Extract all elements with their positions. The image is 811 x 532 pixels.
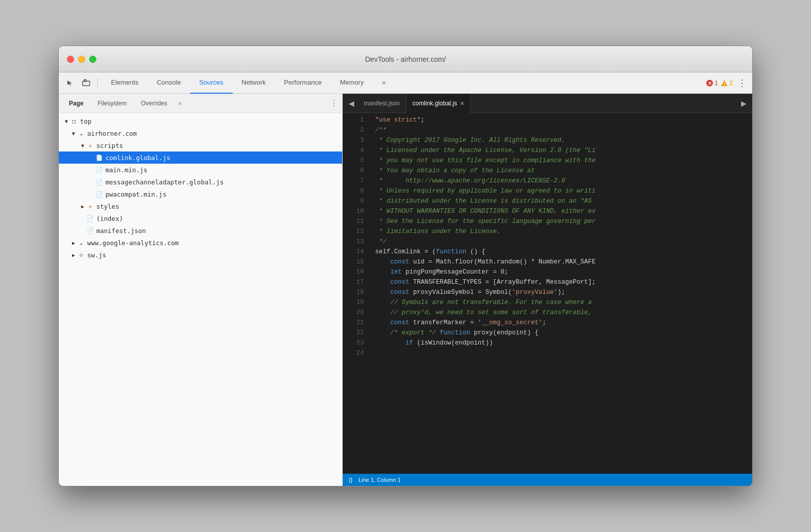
code-line-5: * you may not use this file except in co… — [369, 156, 752, 166]
svg-text:✕: ✕ — [708, 81, 712, 86]
sidebar-tab-more[interactable]: » — [175, 99, 185, 108]
code-line-21: // proxy'd, we need to set some sort of … — [369, 308, 752, 318]
minimize-button[interactable] — [78, 56, 85, 63]
devtools-window: DevTools - airhorner.com/ Elements Conso… — [58, 46, 753, 486]
svg-rect-1 — [84, 80, 86, 82]
sidebar-tab-page[interactable]: Page — [63, 98, 90, 109]
js-file-icon-2: 📄 — [95, 166, 103, 174]
code-line-7: * http://www.apache.org/licenses/LICENSE… — [369, 176, 752, 186]
code-line-3: * Copyright 2017 Google Inc. All Rights … — [369, 135, 752, 145]
window-title: DevTools - airhorner.com/ — [365, 55, 446, 63]
tab-elements[interactable]: Elements — [102, 72, 148, 94]
sidebar-tabs: Page Filesystem Overrides » ⋮ — [59, 94, 342, 113]
editor-tab-manifest[interactable]: manifest.json — [358, 94, 407, 113]
code-line-1: "use strict"; — [369, 115, 752, 125]
code-line-2: /** — [369, 125, 752, 135]
code-line-9: * distributed under the License is distr… — [369, 196, 752, 206]
tree-item-manifest-file[interactable]: 📄 manifest.json — [59, 224, 342, 237]
close-tab-button[interactable]: × — [460, 100, 464, 107]
file-tree: ▼ □ top ▼ ☁ airhorner.com ▼ ▪ scripts — [59, 113, 342, 486]
tree-item-swjs[interactable]: ▶ ⚙ sw.js — [59, 249, 342, 261]
editor-panel: ◀ manifest.json comlink.global.js × ▶ 12… — [343, 94, 752, 486]
main-content: Page Filesystem Overrides » ⋮ ▼ □ top — [59, 94, 752, 486]
js-file-icon-3: 📄 — [95, 178, 103, 186]
file-icon: □ — [70, 117, 78, 125]
code-line-20: // Symbols are not transferable. For the… — [369, 297, 752, 308]
tree-item-styles[interactable]: ▶ ▪ styles — [59, 200, 342, 212]
editor-statusbar: {} Line 1, Column 1 — [343, 474, 752, 486]
titlebar: DevTools - airhorner.com/ — [59, 46, 752, 72]
tree-item-messagechannel[interactable]: 📄 messagechanneladapter.global.js — [59, 176, 342, 188]
tree-item-top[interactable]: ▼ □ top — [59, 115, 342, 127]
main-toolbar: Elements Console Sources Network Perform… — [59, 72, 752, 94]
traffic-lights — [67, 56, 96, 63]
editor-content: 12345 678910 1112131415 1617181920 21222… — [343, 113, 752, 474]
editor-tab-comlink[interactable]: comlink.global.js × — [407, 94, 471, 113]
maximize-button[interactable] — [89, 56, 96, 63]
svg-text:!: ! — [724, 82, 725, 87]
domain-icon: ☁ — [77, 129, 85, 137]
collapse-sidebar-button[interactable]: ◀ — [345, 97, 358, 110]
editor-tab-right: ▶ — [737, 97, 750, 110]
sidebar: Page Filesystem Overrides » ⋮ ▼ □ top — [59, 94, 343, 486]
code-line-12: * limitations under the License. — [369, 226, 752, 237]
code-line-8: * Unless required by applicable law or a… — [369, 186, 752, 196]
tree-item-index[interactable]: 📄 (index) — [59, 212, 342, 224]
tab-performance[interactable]: Performance — [275, 72, 330, 94]
code-line-10: * WITHOUT WARRANTIES OR CONDITIONS OF AN… — [369, 206, 752, 216]
code-line-11: * See the License for the specific langu… — [369, 216, 752, 226]
swjs-icon: ⚙ — [77, 251, 85, 259]
folder-icon: ▪ — [86, 141, 94, 149]
warning-badge[interactable]: ! 2 — [721, 80, 733, 87]
line-numbers: 12345 678910 1112131415 1617181920 21222… — [343, 113, 369, 474]
tree-item-airhorner[interactable]: ▼ ☁ airhorner.com — [59, 127, 342, 139]
code-line-19: const proxyValueSymbol = Symbol('proxyVa… — [369, 287, 752, 297]
tree-item-analytics[interactable]: ▶ ☁ www.google-analytics.com — [59, 237, 342, 249]
sidebar-tab-filesystem[interactable]: Filesystem — [92, 98, 133, 109]
inspector-icon[interactable] — [79, 76, 93, 90]
toolbar-right: ✕ 1 ! 2 ⋮ — [706, 77, 748, 89]
index-file-icon: 📄 — [86, 214, 94, 222]
code-line-24: if (isWindow(endpoint)) — [369, 338, 752, 348]
main-tab-nav: Elements Console Sources Network Perform… — [102, 72, 704, 94]
folder-styles-icon: ▪ — [86, 202, 94, 210]
code-line-13: */ — [369, 237, 752, 247]
close-button[interactable] — [67, 56, 74, 63]
tree-item-comlink[interactable]: 📄 comlink.global.js — [59, 151, 342, 164]
format-button[interactable]: {} — [349, 477, 352, 483]
editor-tabs: ◀ manifest.json comlink.global.js × ▶ — [343, 94, 752, 113]
js-file-icon-4: 📄 — [95, 190, 103, 198]
cursor-icon[interactable] — [63, 76, 77, 90]
code-line-23: /* export */ function proxy(endpoint) { — [369, 328, 752, 338]
cursor-position: Line 1, Column 1 — [358, 477, 400, 483]
js-file-icon: 📄 — [95, 154, 103, 162]
analytics-domain-icon: ☁ — [77, 239, 85, 247]
code-area[interactable]: "use strict"; /** * Copyright 2017 Googl… — [369, 113, 752, 474]
sidebar-options[interactable]: ⋮ — [330, 98, 338, 108]
settings-button[interactable]: ⋮ — [736, 77, 748, 89]
tab-more[interactable]: » — [373, 72, 395, 94]
code-line-15: self.Comlink = (function () { — [369, 247, 752, 257]
toolbar-divider-1 — [97, 78, 98, 88]
manifest-file-icon: 📄 — [86, 226, 94, 235]
tree-item-pwacompat[interactable]: 📄 pwacompat.min.js — [59, 188, 342, 200]
code-line-4: * Licensed under the Apache License, Ver… — [369, 145, 752, 156]
code-line-17: let pingPongMessageCounter = 0; — [369, 267, 752, 277]
code-line-6: * You may obtain a copy of the License a… — [369, 166, 752, 176]
tab-network[interactable]: Network — [233, 72, 275, 94]
error-badge[interactable]: ✕ 1 — [706, 80, 718, 87]
expand-panel-button[interactable]: ▶ — [737, 97, 750, 110]
tab-memory[interactable]: Memory — [331, 72, 373, 94]
tab-console[interactable]: Console — [148, 72, 190, 94]
sidebar-tab-overrides[interactable]: Overrides — [135, 98, 173, 109]
code-line-22: const transferMarker = '__omg_so_secret'… — [369, 318, 752, 328]
tree-item-main[interactable]: 📄 main.min.js — [59, 164, 342, 176]
code-line-16: const uid = Math.floor(Math.random() * N… — [369, 257, 752, 267]
tree-item-scripts[interactable]: ▼ ▪ scripts — [59, 139, 342, 151]
tab-sources[interactable]: Sources — [190, 72, 233, 94]
code-line-18: const TRANSFERABLE_TYPES = [ArrayBuffer,… — [369, 277, 752, 287]
